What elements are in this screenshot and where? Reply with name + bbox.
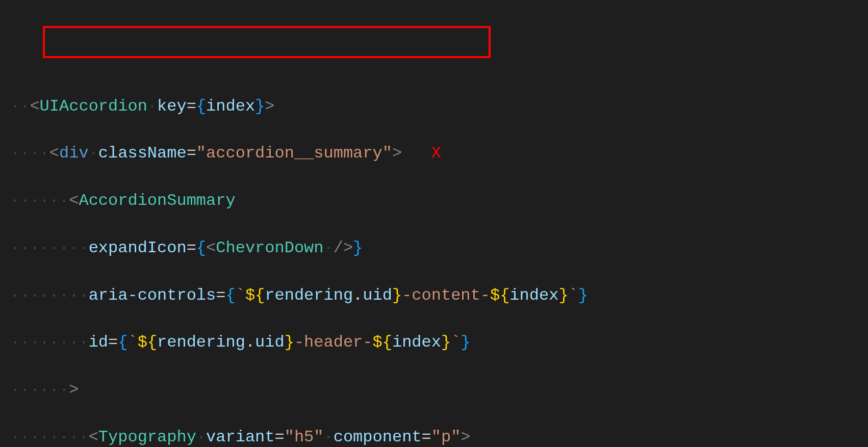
string-literal: "h5" (285, 428, 324, 446)
self-close: /> (334, 239, 353, 257)
dot: . (353, 286, 363, 305)
identifier: rendering (157, 333, 245, 352)
template-expr-open: ${ (490, 286, 509, 305)
code-line[interactable]: ········aria-controls={`${rendering.uid}… (5, 284, 868, 307)
code-editor[interactable]: ··<UIAccordion·key={index}> ····<div·cla… (0, 0, 868, 447)
angle-open: < (69, 191, 79, 210)
code-line[interactable]: ········<Typography·variant="h5"·compone… (5, 426, 868, 447)
template-tick: ` (451, 333, 461, 352)
equals: = (274, 428, 284, 446)
whitespace-dots: · (324, 239, 334, 257)
jsx-attr: aria-controls (89, 286, 216, 305)
code-line[interactable]: ········id={`${rendering.uid}-header-${i… (5, 331, 868, 354)
jsx-attr: variant (206, 428, 274, 446)
jsx-attr: key (157, 97, 187, 116)
whitespace-dots: · (89, 144, 98, 163)
template-expr-close: } (441, 333, 451, 352)
jsx-attr: id (89, 333, 108, 352)
equals: = (187, 144, 196, 163)
template-text: -header- (294, 333, 373, 352)
identifier: uid (255, 333, 285, 352)
jsx-attr: expandIcon (89, 239, 187, 257)
whitespace-dots: ·· (10, 97, 30, 116)
angle-open: < (49, 144, 59, 163)
template-text: -content- (402, 286, 490, 305)
identifier: uid (363, 286, 392, 305)
identifier: index (392, 333, 441, 352)
jsx-component: ChevronDown (216, 239, 323, 257)
brace-open: { (196, 97, 206, 116)
whitespace-dots: ········ (10, 428, 89, 446)
whitespace-dots: ······ (10, 191, 69, 210)
code-line[interactable]: ······> (5, 378, 868, 402)
template-tick: ` (569, 286, 578, 305)
jsx-attr: className (98, 144, 187, 163)
angle-close: > (69, 380, 79, 399)
angle-open: < (89, 428, 98, 446)
identifier: index (509, 286, 558, 305)
template-expr-open: ${ (138, 333, 157, 352)
brace-open: { (225, 286, 235, 305)
jsx-component: UIAccordion (40, 97, 147, 116)
equals: = (216, 286, 225, 305)
whitespace-dots: ···· (10, 144, 49, 163)
whitespace-dots: ······ (10, 380, 69, 399)
code-line[interactable]: ········expandIcon={<ChevronDown·/>} (5, 236, 868, 260)
equals: = (187, 97, 196, 116)
identifier: index (206, 97, 255, 116)
brace-open: { (118, 333, 127, 352)
template-tick: ` (236, 286, 245, 305)
brace-close: } (255, 97, 265, 116)
whitespace-dots: · (147, 97, 157, 116)
template-expr-close: } (285, 333, 294, 352)
equals: = (108, 333, 118, 352)
code-line[interactable]: ····<div·className="accordion__summary">… (5, 142, 868, 165)
whitespace-dots: · (196, 428, 206, 446)
jsx-component: Typography (98, 428, 196, 446)
string-literal: "p" (431, 428, 461, 446)
angle-open: < (206, 239, 216, 257)
jsx-attr: component (334, 428, 422, 446)
template-expr-open: ${ (245, 286, 265, 305)
angle-close: > (461, 428, 470, 446)
whitespace-dots: ········ (10, 239, 89, 257)
whitespace-dots: ········ (10, 286, 89, 305)
brace-close: } (461, 333, 470, 352)
identifier: rendering (265, 286, 353, 305)
angle-close: > (392, 144, 402, 163)
equals: = (422, 428, 431, 446)
jsx-component: AccordionSummary (79, 191, 235, 210)
template-tick: ` (127, 333, 137, 352)
brace-open: { (196, 239, 206, 257)
template-expr-close: } (392, 286, 402, 305)
brace-close: } (353, 239, 363, 257)
whitespace-dots: ········ (10, 333, 89, 352)
error-highlight-box (43, 26, 491, 58)
angle-open: < (30, 97, 39, 116)
brace-close: } (578, 286, 588, 305)
template-expr-open: ${ (373, 333, 392, 352)
whitespace-dots: · (324, 428, 334, 446)
string-literal: "accordion__summary" (196, 144, 392, 163)
code-line[interactable]: ······<AccordionSummary (5, 189, 868, 213)
template-expr-close: } (558, 286, 568, 305)
equals: = (187, 239, 196, 257)
html-tag: div (59, 144, 89, 163)
dot: . (245, 333, 255, 352)
angle-close: > (265, 97, 274, 116)
error-x-icon: X (431, 144, 441, 163)
code-line[interactable]: ··<UIAccordion·key={index}> (5, 95, 868, 118)
